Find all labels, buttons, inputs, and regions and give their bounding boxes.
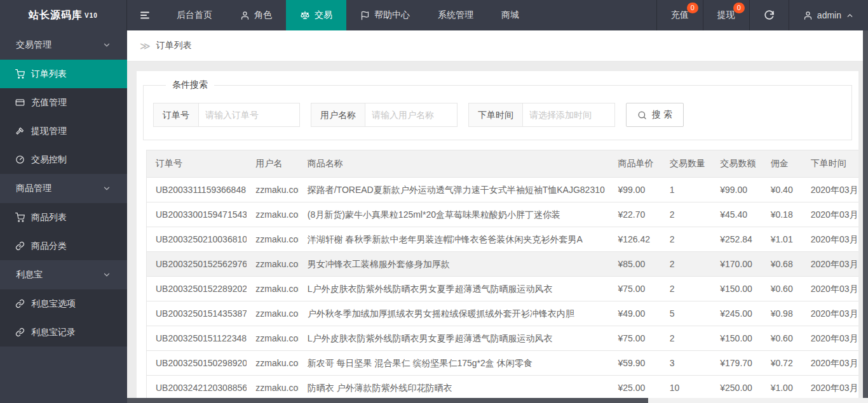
cell-commission: ¥0.68 xyxy=(762,252,802,277)
cell-amount: ¥150.00 xyxy=(711,326,761,351)
sidebar-item-interest-options[interactable]: 利息宝选项 xyxy=(0,289,127,318)
order-time-input[interactable] xyxy=(522,103,615,127)
chevron-up-icon xyxy=(846,11,854,20)
cell-commission: ¥0.60 xyxy=(762,277,802,301)
cell-username: zzmaku.com xyxy=(247,227,298,252)
table-row[interactable]: UB2003250152562976 zzmaku.com 男女冲锋衣工装棉服外… xyxy=(147,252,859,277)
sidebar-item-interest-records[interactable]: 利息宝记录 xyxy=(0,318,127,347)
nav-item-help-center[interactable]: 帮助中心 xyxy=(346,0,424,30)
cell-quantity: 2 xyxy=(661,326,711,351)
sidebar-group-interest-treasure[interactable]: 利息宝 xyxy=(0,260,127,289)
sidebar-group-trade-management[interactable]: 交易管理 xyxy=(0,30,127,60)
nav-item-system[interactable]: 系统管理 xyxy=(424,0,487,30)
username-group: 用户名称 xyxy=(311,103,458,127)
user-menu[interactable]: admin xyxy=(789,0,868,30)
cell-username: zzmaku.com xyxy=(247,202,298,227)
nav-label: 帮助中心 xyxy=(374,10,410,21)
table-row[interactable]: UB2003250150298920 zzmaku.com 新农哥 每日坚果 混… xyxy=(147,351,859,376)
sidebar-item-withdraw-management[interactable]: 提现管理 xyxy=(0,117,127,145)
item-label: 订单列表 xyxy=(31,69,67,80)
nav-item-mall[interactable]: 商城 xyxy=(487,0,533,30)
username-label: 用户名称 xyxy=(311,103,365,127)
horizontal-scrollbar[interactable] xyxy=(127,398,868,403)
scales-icon xyxy=(300,10,310,20)
sidebar-item-product-list[interactable]: 商品列表 xyxy=(0,203,127,232)
cell-unit-price: ¥75.00 xyxy=(609,277,660,301)
cell-commission: ¥0.98 xyxy=(762,301,802,326)
search-panel: 条件搜索 订单号 用户名称 下单时间 搜 索 xyxy=(143,79,852,140)
vertical-scrollbar[interactable] xyxy=(863,30,868,398)
horizontal-scrollbar-thumb[interactable] xyxy=(127,398,648,403)
cell-amount: ¥170.00 xyxy=(711,252,761,277)
chevron-down-icon xyxy=(102,184,111,193)
table-row[interactable]: UB2003242120308856 zzmaku.com 防晒衣 户外薄款防紫… xyxy=(147,376,859,399)
cell-unit-price: ¥25.00 xyxy=(609,376,660,399)
cell-quantity: 3 xyxy=(661,351,711,376)
cell-product-name: 男女冲锋衣工装棉服外套修身加厚款 xyxy=(299,252,609,277)
sidebar-item-product-category[interactable]: 商品分类 xyxy=(0,232,127,260)
sidebar-item-recharge-management[interactable]: 充值管理 xyxy=(0,88,127,117)
table-row[interactable]: UB2003250210036810 zzmaku.com 洋湖轩榭 春秋季新款… xyxy=(147,227,859,252)
nav-item-dashboard[interactable]: 后台首页 xyxy=(163,0,226,30)
cell-order-id: UB2003250210036810 xyxy=(147,227,247,252)
refresh-button[interactable] xyxy=(749,0,789,30)
vertical-scrollbar-thumb[interactable] xyxy=(863,30,868,398)
cell-product-name: 户外秋冬季加绒加厚抓绒衣男女摇粒绒保暖抓绒外套开衫冲锋衣内胆 xyxy=(299,301,609,326)
cell-unit-price: ¥99.00 xyxy=(609,178,660,202)
table-row[interactable]: UB2003250151435387 zzmaku.com 户外秋冬季加绒加厚抓… xyxy=(147,301,859,326)
cell-order-time: 2020年03月25日 xyxy=(802,252,858,277)
cart-icon xyxy=(15,69,25,79)
item-label: 提现管理 xyxy=(31,126,67,137)
topbar: 站长源码库 V10 后台首页 角色 xyxy=(0,0,868,30)
cell-product-name: (8月新货)蒙牛小真果粒125ml*20盒草莓味果粒酸奶小胖丁迷你装 xyxy=(299,202,609,227)
cell-amount: ¥245.00 xyxy=(711,301,761,326)
col-unit-price: 商品单价 xyxy=(609,150,660,178)
cell-order-id: UB2003311159366848 xyxy=(147,178,247,202)
cell-order-id: UB2003250151435387 xyxy=(147,301,247,326)
sidebar-submenu: 商品列表 商品分类 xyxy=(0,203,127,260)
table-row[interactable]: UB2003250152289202 zzmaku.com L户外皮肤衣防紫外线… xyxy=(147,277,859,301)
search-button[interactable]: 搜 索 xyxy=(626,103,684,127)
item-label: 利息宝记录 xyxy=(31,327,76,338)
top-nav: 后台首页 角色 交易 帮 xyxy=(163,0,533,30)
sidebar: 交易管理 订单列表 充值管理 xyxy=(0,30,127,403)
cell-order-time: 2020年03月25日 xyxy=(802,277,858,301)
menu-icon xyxy=(139,10,151,21)
app-version: V10 xyxy=(85,12,98,19)
table-row[interactable]: UB2003300159471543 zzmaku.com (8月新货)蒙牛小真… xyxy=(147,202,859,227)
cell-order-time: 2020年03月30日 xyxy=(802,202,858,227)
cell-commission: ¥0.72 xyxy=(762,351,802,376)
order-id-input[interactable] xyxy=(198,103,300,127)
content-card: 条件搜索 订单号 用户名称 下单时间 搜 索 xyxy=(137,71,858,398)
sidebar-item-trade-control[interactable]: 交易控制 xyxy=(0,145,127,174)
cell-order-id: UB2003300159471543 xyxy=(147,202,247,227)
cell-unit-price: ¥22.70 xyxy=(609,202,660,227)
col-commission: 佣金 xyxy=(762,150,802,178)
table-row[interactable]: UB2003311159366848 zzmaku.com 探路者/TOREAD… xyxy=(147,178,859,202)
user-icon xyxy=(240,11,250,20)
topbar-right: 充值 0 提现 0 admin xyxy=(656,0,868,30)
recharge-button[interactable]: 充值 0 xyxy=(656,0,703,30)
cell-commission: ¥0.40 xyxy=(762,178,802,202)
nav-item-roles[interactable]: 角色 xyxy=(226,0,286,30)
cell-order-time: 2020年03月25日 xyxy=(802,227,858,252)
cell-amount: ¥252.84 xyxy=(711,227,761,252)
sidebar-collapse-button[interactable] xyxy=(127,0,163,30)
withdraw-button[interactable]: 提现 0 xyxy=(703,0,749,30)
cell-username: zzmaku.com xyxy=(247,252,298,277)
chevron-down-icon xyxy=(102,270,111,279)
table-row[interactable]: UB2003250151122348 zzmaku.com L户外皮肤衣防紫外线… xyxy=(147,326,859,351)
app-title: 站长源码库 xyxy=(29,9,83,22)
cell-amount: ¥179.70 xyxy=(711,351,761,376)
nav-item-trade[interactable]: 交易 xyxy=(286,0,346,30)
cell-commission: ¥1.01 xyxy=(762,227,802,252)
sidebar-group-product-management[interactable]: 商品管理 xyxy=(0,174,127,203)
gavel-icon xyxy=(15,126,25,136)
cell-commission: ¥0.60 xyxy=(762,326,802,351)
gauge-icon xyxy=(15,155,25,164)
app-logo: 站长源码库 V10 xyxy=(0,0,127,30)
sidebar-item-order-list[interactable]: 订单列表 xyxy=(0,60,127,88)
cell-product-name: L户外皮肤衣防紫外线防晒衣男女夏季超薄透气防晒服运动风衣 xyxy=(299,326,609,351)
order-time-label: 下单时间 xyxy=(468,103,523,127)
username-input[interactable] xyxy=(365,103,458,127)
